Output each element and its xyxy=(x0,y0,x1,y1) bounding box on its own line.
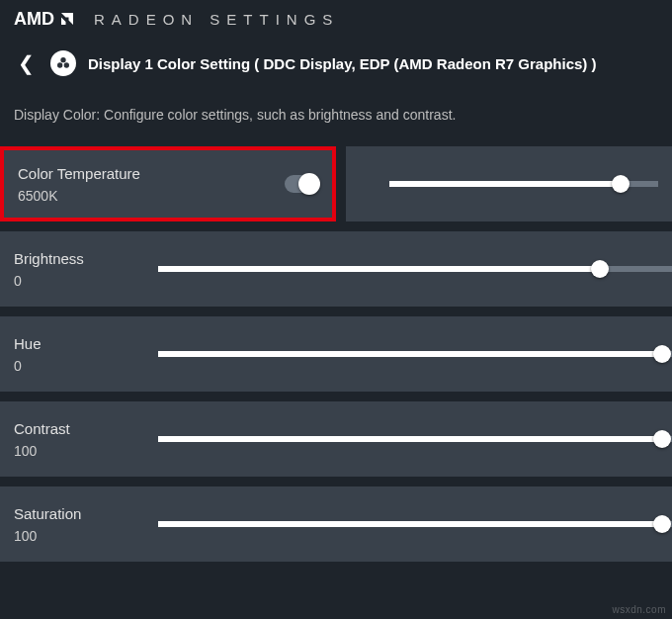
slider-thumb[interactable] xyxy=(612,175,630,193)
app-title: RADEON SETTINGS xyxy=(94,11,339,28)
titlebar: AMD RADEON SETTINGS xyxy=(0,0,672,38)
slider-thumb[interactable] xyxy=(653,430,671,448)
slider-fill xyxy=(389,181,621,187)
hue-label: Hue xyxy=(14,335,672,352)
contrast-value: 100 xyxy=(14,443,672,459)
display-color-icon xyxy=(50,50,76,76)
hue-row: Hue 0 xyxy=(0,316,672,392)
brand-text: AMD xyxy=(14,9,54,30)
settings-list: Color Temperature 6500K Brightness 0 xyxy=(0,146,672,562)
contrast-label: Contrast xyxy=(14,420,672,437)
page-title: Display 1 Color Setting ( DDC Display, E… xyxy=(88,55,597,72)
slider-fill xyxy=(158,266,600,272)
slider-fill xyxy=(158,436,662,442)
brightness-row: Brightness 0 xyxy=(0,231,672,307)
color-temperature-slider[interactable] xyxy=(360,181,658,187)
color-temperature-value: 6500K xyxy=(18,188,318,204)
saturation-slider[interactable] xyxy=(158,521,672,527)
color-temperature-row: Color Temperature 6500K xyxy=(0,146,672,221)
brightness-slider[interactable] xyxy=(158,266,672,272)
hue-value: 0 xyxy=(14,358,672,374)
slider-thumb[interactable] xyxy=(653,345,671,363)
contrast-row: Contrast 100 xyxy=(0,401,672,477)
contrast-slider[interactable] xyxy=(158,436,672,442)
page-description: Display Color: Configure color settings,… xyxy=(0,97,672,146)
slider-fill xyxy=(158,521,662,527)
svg-point-2 xyxy=(64,62,69,67)
color-temperature-slider-panel xyxy=(346,146,672,221)
brightness-value: 0 xyxy=(14,273,672,289)
saturation-value: 100 xyxy=(14,528,672,544)
slider-thumb[interactable] xyxy=(653,515,671,533)
toggle-knob xyxy=(298,173,320,195)
amd-logo: AMD xyxy=(14,9,76,30)
svg-point-1 xyxy=(57,62,62,67)
saturation-label: Saturation xyxy=(14,505,672,522)
slider-fill xyxy=(158,351,662,357)
color-temperature-toggle[interactable] xyxy=(285,175,318,193)
color-temperature-label: Color Temperature xyxy=(18,165,318,182)
hue-slider[interactable] xyxy=(158,351,672,357)
amd-arrow-icon xyxy=(58,10,76,28)
back-button[interactable]: ❮ xyxy=(14,47,39,79)
brightness-label: Brightness xyxy=(14,250,672,267)
svg-point-0 xyxy=(60,57,65,62)
slider-thumb[interactable] xyxy=(591,260,609,278)
color-temperature-panel: Color Temperature 6500K xyxy=(0,146,336,221)
breadcrumb-header: ❮ Display 1 Color Setting ( DDC Display,… xyxy=(0,38,672,97)
saturation-row: Saturation 100 xyxy=(0,486,672,562)
watermark: wsxdn.com xyxy=(612,604,666,615)
